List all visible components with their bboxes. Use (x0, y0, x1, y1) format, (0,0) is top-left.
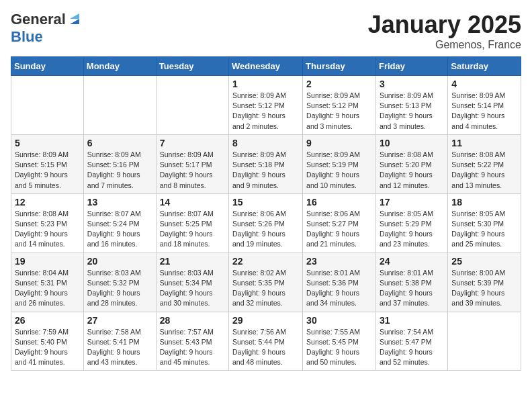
day-info: Sunrise: 8:02 AMSunset: 5:35 PMDaylight:… (232, 268, 299, 309)
calendar-cell: 29Sunrise: 7:56 AMSunset: 5:44 PMDayligh… (229, 312, 303, 371)
day-info: Sunrise: 7:59 AMSunset: 5:40 PMDaylight:… (15, 327, 80, 368)
day-info: Sunrise: 8:04 AMSunset: 5:31 PMDaylight:… (15, 268, 80, 309)
calendar-week-row: 26Sunrise: 7:59 AMSunset: 5:40 PMDayligh… (11, 312, 521, 371)
calendar-week-row: 1Sunrise: 8:09 AMSunset: 5:12 PMDaylight… (11, 76, 521, 135)
day-info: Sunrise: 8:03 AMSunset: 5:32 PMDaylight:… (87, 268, 152, 309)
day-number: 23 (306, 256, 372, 267)
calendar-cell: 2Sunrise: 8:09 AMSunset: 5:12 PMDaylight… (303, 76, 376, 135)
calendar-cell: 19Sunrise: 8:04 AMSunset: 5:31 PMDayligh… (11, 253, 84, 312)
day-number: 1 (232, 79, 299, 89)
month-title: January 2025 (368, 11, 521, 39)
location: Gemenos, France (368, 39, 521, 51)
day-info: Sunrise: 8:09 AMSunset: 5:18 PMDaylight:… (232, 150, 299, 191)
day-number: 12 (15, 197, 80, 208)
day-number: 30 (306, 315, 372, 326)
calendar-cell: 8Sunrise: 8:09 AMSunset: 5:18 PMDaylight… (229, 134, 303, 193)
day-info: Sunrise: 8:08 AMSunset: 5:20 PMDaylight:… (380, 150, 444, 191)
title-block: January 2025 Gemenos, France (368, 11, 521, 51)
calendar-cell (11, 76, 84, 135)
calendar-cell: 13Sunrise: 8:07 AMSunset: 5:24 PMDayligh… (83, 193, 156, 253)
calendar-cell (156, 76, 228, 135)
calendar-cell: 3Sunrise: 8:09 AMSunset: 5:13 PMDaylight… (375, 76, 447, 135)
day-info: Sunrise: 7:56 AMSunset: 5:44 PMDaylight:… (232, 327, 299, 368)
day-number: 22 (232, 256, 299, 267)
logo-blue: Blue (11, 28, 43, 46)
day-number: 19 (15, 256, 80, 267)
calendar-cell: 10Sunrise: 8:08 AMSunset: 5:20 PMDayligh… (375, 134, 447, 193)
weekday-header-tuesday: Tuesday (156, 57, 228, 76)
weekday-header-sunday: Sunday (11, 57, 84, 76)
day-number: 15 (232, 197, 299, 208)
day-number: 3 (380, 79, 444, 89)
day-number: 29 (232, 315, 299, 326)
day-info: Sunrise: 8:06 AMSunset: 5:27 PMDaylight:… (306, 209, 372, 250)
day-info: Sunrise: 8:05 AMSunset: 5:30 PMDaylight:… (451, 209, 517, 250)
page-header: General Blue January 2025 Gemenos, Franc… (11, 11, 521, 51)
calendar-cell: 4Sunrise: 8:09 AMSunset: 5:14 PMDaylight… (448, 76, 521, 135)
day-number: 14 (160, 197, 225, 208)
day-info: Sunrise: 7:55 AMSunset: 5:45 PMDaylight:… (306, 327, 372, 368)
day-number: 20 (87, 256, 152, 267)
day-number: 16 (306, 197, 372, 208)
day-number: 4 (451, 79, 517, 89)
calendar-body: 1Sunrise: 8:09 AMSunset: 5:12 PMDaylight… (11, 76, 521, 371)
calendar-cell: 16Sunrise: 8:06 AMSunset: 5:27 PMDayligh… (303, 193, 376, 253)
day-info: Sunrise: 8:07 AMSunset: 5:24 PMDaylight:… (87, 209, 152, 250)
day-info: Sunrise: 8:07 AMSunset: 5:25 PMDaylight:… (160, 209, 225, 250)
day-info: Sunrise: 8:09 AMSunset: 5:12 PMDaylight:… (232, 91, 299, 132)
day-number: 17 (380, 197, 444, 208)
weekday-header-saturday: Saturday (448, 57, 521, 76)
day-info: Sunrise: 7:58 AMSunset: 5:41 PMDaylight:… (87, 327, 152, 368)
day-number: 21 (160, 256, 225, 267)
logo-icon (67, 12, 82, 27)
day-number: 9 (306, 138, 372, 148)
calendar-week-row: 19Sunrise: 8:04 AMSunset: 5:31 PMDayligh… (11, 253, 521, 312)
calendar-cell: 7Sunrise: 8:09 AMSunset: 5:17 PMDaylight… (156, 134, 228, 193)
day-number: 13 (87, 197, 152, 208)
calendar-header: SundayMondayTuesdayWednesdayThursdayFrid… (11, 57, 521, 76)
day-info: Sunrise: 8:08 AMSunset: 5:22 PMDaylight:… (451, 150, 517, 191)
day-number: 7 (160, 138, 225, 148)
day-info: Sunrise: 8:00 AMSunset: 5:39 PMDaylight:… (451, 268, 517, 309)
calendar-cell: 18Sunrise: 8:05 AMSunset: 5:30 PMDayligh… (448, 193, 521, 253)
day-number: 8 (232, 138, 299, 148)
calendar-week-row: 12Sunrise: 8:08 AMSunset: 5:23 PMDayligh… (11, 193, 521, 253)
day-number: 18 (451, 197, 517, 208)
logo: General Blue (11, 11, 82, 46)
calendar-cell: 20Sunrise: 8:03 AMSunset: 5:32 PMDayligh… (83, 253, 156, 312)
calendar-cell: 27Sunrise: 7:58 AMSunset: 5:41 PMDayligh… (83, 312, 156, 371)
day-number: 31 (380, 315, 444, 326)
day-number: 11 (451, 138, 517, 148)
calendar-cell (448, 312, 521, 371)
day-number: 27 (87, 315, 152, 326)
calendar-cell: 12Sunrise: 8:08 AMSunset: 5:23 PMDayligh… (11, 193, 84, 253)
logo-general: General (11, 11, 66, 28)
day-info: Sunrise: 8:09 AMSunset: 5:19 PMDaylight:… (306, 150, 372, 191)
weekday-header-monday: Monday (83, 57, 156, 76)
svg-marker-0 (70, 19, 79, 24)
calendar-cell: 26Sunrise: 7:59 AMSunset: 5:40 PMDayligh… (11, 312, 84, 371)
day-info: Sunrise: 8:09 AMSunset: 5:15 PMDaylight:… (15, 150, 80, 191)
svg-marker-1 (70, 13, 79, 19)
day-number: 10 (380, 138, 444, 148)
weekday-header-thursday: Thursday (303, 57, 376, 76)
day-info: Sunrise: 8:09 AMSunset: 5:17 PMDaylight:… (160, 150, 225, 191)
calendar-week-row: 5Sunrise: 8:09 AMSunset: 5:15 PMDaylight… (11, 134, 521, 193)
calendar-cell: 15Sunrise: 8:06 AMSunset: 5:26 PMDayligh… (229, 193, 303, 253)
day-number: 26 (15, 315, 80, 326)
weekday-header-row: SundayMondayTuesdayWednesdayThursdayFrid… (11, 57, 521, 76)
day-info: Sunrise: 8:01 AMSunset: 5:38 PMDaylight:… (380, 268, 444, 309)
day-info: Sunrise: 8:09 AMSunset: 5:12 PMDaylight:… (306, 91, 372, 132)
day-info: Sunrise: 8:05 AMSunset: 5:29 PMDaylight:… (380, 209, 444, 250)
calendar-cell: 31Sunrise: 7:54 AMSunset: 5:47 PMDayligh… (375, 312, 447, 371)
calendar-cell: 17Sunrise: 8:05 AMSunset: 5:29 PMDayligh… (375, 193, 447, 253)
day-number: 6 (87, 138, 152, 148)
day-number: 25 (451, 256, 517, 267)
day-number: 5 (15, 138, 80, 148)
calendar-cell: 11Sunrise: 8:08 AMSunset: 5:22 PMDayligh… (448, 134, 521, 193)
day-number: 28 (160, 315, 225, 326)
day-info: Sunrise: 8:09 AMSunset: 5:14 PMDaylight:… (451, 91, 517, 132)
day-info: Sunrise: 7:57 AMSunset: 5:43 PMDaylight:… (160, 327, 225, 368)
calendar-cell: 6Sunrise: 8:09 AMSunset: 5:16 PMDaylight… (83, 134, 156, 193)
day-number: 2 (306, 79, 372, 89)
